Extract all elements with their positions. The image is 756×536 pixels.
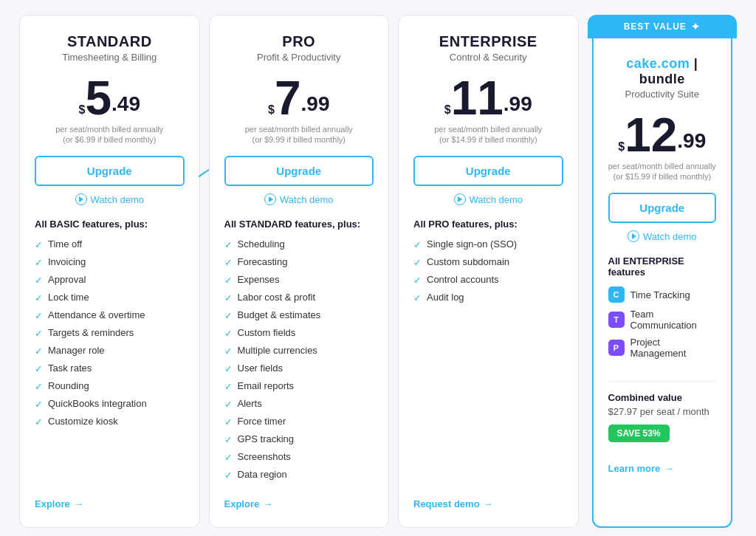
dollar-sign-pro: $: [268, 104, 275, 116]
list-item: T Team Communication: [608, 309, 717, 331]
list-item: ✓Scheduling: [224, 238, 374, 250]
list-item: ✓Time off: [35, 238, 185, 250]
list-item: ✓Rounding: [35, 380, 185, 392]
price-cents-standard: .49: [111, 94, 140, 114]
team-communication-label: Team Communication: [630, 309, 717, 331]
dollar-sign-bundle: $: [618, 141, 625, 153]
plan-subtitle-pro: Profit & Productivity: [224, 52, 374, 63]
check-icon: ✓: [224, 292, 233, 303]
price-main-pro: 7: [275, 75, 301, 122]
price-row-enterprise: $ 11 .99: [413, 75, 563, 122]
plan-card-pro: PRO Profit & Productivity $ 7 .99 per se…: [209, 15, 390, 528]
features-header-pro: All STANDARD features, plus:: [224, 219, 374, 230]
list-item: ✓QuickBooks integration: [35, 398, 185, 410]
check-icon: ✓: [224, 275, 233, 286]
price-main-enterprise: 11: [451, 75, 504, 122]
divider: [608, 381, 717, 382]
bundle-subtitle: Productivity Suite: [608, 89, 717, 100]
plan-name-standard: STANDARD: [35, 33, 185, 50]
watch-demo-pro[interactable]: Watch demo: [224, 193, 374, 205]
list-item: ✓Single sign-on (SSO): [413, 238, 563, 250]
price-period-pro: per seat/month billed annually: [224, 125, 374, 134]
best-value-label: BEST VALUE: [624, 21, 687, 32]
list-item: C Time Tracking: [608, 286, 717, 303]
check-icon: ✓: [224, 257, 233, 268]
check-icon: ✓: [35, 399, 43, 410]
check-icon: ✓: [224, 346, 233, 357]
bundle-name-suffix: bundle: [639, 72, 685, 86]
list-item: ✓Custom subdomain: [413, 256, 563, 268]
plan-subtitle-standard: Timesheeting & Billing: [35, 52, 185, 63]
list-item: ✓Email reports: [224, 380, 374, 392]
play-triangle-bundle: [632, 233, 636, 239]
explore-label-pro: Explore: [224, 498, 260, 509]
check-icon: ✓: [35, 239, 43, 250]
list-item: ✓Alerts: [224, 398, 374, 410]
list-item: ✓Control accounts: [413, 274, 563, 286]
upgrade-button-enterprise[interactable]: Upgrade: [413, 156, 563, 186]
explore-arrow-standard: →: [74, 498, 83, 509]
price-row-standard: $ 5 .49: [35, 75, 185, 122]
watch-demo-label-standard: Watch demo: [91, 194, 145, 205]
plan-name-bundle: cake.com | bundle: [608, 56, 717, 87]
team-communication-icon: T: [608, 312, 625, 328]
price-period-bundle: per seat/month billed annually: [608, 162, 717, 171]
request-demo-link-enterprise[interactable]: Request demo →: [413, 498, 563, 509]
list-item: ✓Approval: [35, 274, 185, 286]
watch-demo-standard[interactable]: Watch demo: [35, 193, 185, 205]
list-item: P Project Management: [608, 337, 717, 359]
explore-link-pro[interactable]: Explore →: [224, 498, 374, 509]
list-item: ✓Forecasting: [224, 256, 374, 268]
check-icon: ✓: [224, 434, 233, 445]
bundle-apps: C Time Tracking T Team Communication P P…: [608, 286, 717, 359]
list-item: ✓Multiple currencies: [224, 345, 374, 357]
price-monthly-pro: (or $9.99 if billed monthly): [224, 135, 374, 144]
watch-demo-enterprise[interactable]: Watch demo: [413, 193, 563, 205]
learn-more-label: Learn more: [608, 463, 661, 474]
watch-demo-bundle[interactable]: Watch demo: [608, 230, 717, 242]
explore-label-standard: Explore: [35, 498, 70, 509]
upgrade-button-standard[interactable]: Upgrade: [35, 156, 185, 186]
price-cents-bundle: .99: [677, 131, 706, 151]
price-monthly-bundle: (or $15.99 if billed monthly): [608, 172, 717, 181]
learn-more-link[interactable]: Learn more →: [608, 463, 717, 474]
project-management-icon: P: [608, 340, 625, 356]
check-icon: ✓: [35, 346, 43, 357]
list-item: ✓Force timer: [224, 416, 374, 427]
cake-brand-prefix: cake.com: [626, 56, 690, 71]
list-item: ✓Targets & reminders: [35, 327, 185, 339]
play-icon-standard: [75, 193, 87, 205]
features-list-enterprise: ✓Single sign-on (SSO) ✓Custom subdomain …: [413, 238, 563, 487]
play-triangle-pro: [269, 196, 273, 202]
check-icon: ✓: [35, 416, 43, 427]
check-icon: ✓: [224, 452, 233, 463]
price-period-enterprise: per seat/month billed annually: [413, 125, 563, 134]
features-header-enterprise: All PRO features, plus:: [413, 219, 563, 230]
bundle-separator: |: [694, 56, 698, 71]
price-main-bundle: 12: [625, 111, 677, 159]
check-icon: ✓: [35, 310, 43, 321]
list-item: ✓Expenses: [224, 274, 374, 286]
upgrade-button-pro[interactable]: Upgrade: [224, 156, 374, 186]
plan-name-enterprise: ENTERPRISE: [413, 33, 563, 50]
check-icon: ✓: [224, 328, 233, 339]
play-triangle: [79, 196, 83, 202]
check-icon: ✓: [224, 399, 233, 410]
upgrade-button-bundle[interactable]: Upgrade: [608, 193, 717, 223]
list-item: ✓Data region: [224, 469, 374, 481]
check-icon: ✓: [224, 416, 233, 427]
check-icon: ✓: [224, 310, 233, 321]
dollar-sign-enterprise: $: [444, 104, 451, 116]
check-icon: ✓: [35, 381, 43, 392]
price-main-standard: 5: [85, 75, 111, 122]
price-cents-pro: .99: [301, 94, 330, 114]
plan-subtitle-enterprise: Control & Security: [413, 52, 563, 63]
features-header-standard: All BASIC features, plus:: [35, 219, 185, 230]
price-monthly-standard: (or $6.99 if billed monthly): [35, 135, 185, 144]
bundle-wrapper: BEST VALUE ✦ cake.com | bundle Productiv…: [588, 15, 738, 528]
explore-link-standard[interactable]: Explore →: [35, 498, 185, 509]
check-icon: ✓: [413, 275, 422, 286]
combined-value-label: Combined value: [608, 392, 717, 403]
pricing-container: STANDARD Timesheeting & Billing $ 5 .49 …: [15, 15, 741, 528]
check-icon: ✓: [413, 257, 422, 268]
